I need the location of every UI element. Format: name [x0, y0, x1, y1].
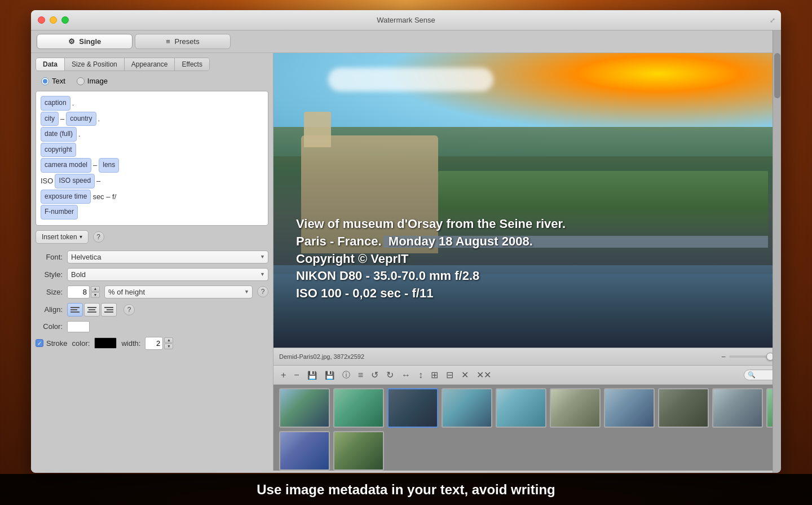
stroke-checkbox[interactable] — [36, 339, 43, 347]
thumbnail-item-5[interactable] — [496, 388, 546, 428]
svg-rect-3 — [87, 307, 96, 308]
tab-single[interactable]: ⚙ Single — [37, 34, 133, 49]
maximize-button[interactable] — [61, 16, 69, 24]
subtab-effects[interactable]: Effects — [175, 58, 209, 71]
token-city[interactable]: city — [41, 112, 59, 126]
scrollbar-track[interactable] — [773, 30, 781, 473]
watermark-line-1: View of museum d'Orsay from the Seine ri… — [296, 216, 566, 233]
expand-icon[interactable]: ⤢ — [770, 16, 775, 24]
thumbnail-item-12[interactable] — [333, 431, 384, 471]
thumbnail-row-1 — [273, 385, 781, 431]
radio-image[interactable]: Image — [77, 77, 108, 85]
left-panel: Data Size & Position Appearance Effects … — [31, 53, 273, 471]
scrollbar-thumb[interactable] — [774, 53, 780, 98]
size-input[interactable] — [67, 286, 90, 298]
subtab-size-position[interactable]: Size & Position — [65, 58, 125, 71]
font-select-wrap: Helvetica Arial Times New Roman — [67, 251, 268, 264]
thumbnail-item-1[interactable] — [279, 388, 330, 428]
app-window: Watermark Sense ⤢ ⚙ Single ≡ Presets Dat… — [31, 10, 781, 473]
insert-token-button[interactable]: Insert token ▾ — [36, 230, 89, 244]
thumbnail-item-4[interactable] — [442, 388, 492, 428]
stroke-width-decrement[interactable]: ▼ — [164, 344, 173, 349]
thumbnail-image-12 — [334, 432, 383, 469]
thumbnail-image-9 — [713, 389, 762, 427]
stroke-width-input[interactable] — [145, 337, 163, 350]
info-button[interactable]: ⓘ — [341, 370, 352, 380]
svg-rect-6 — [104, 307, 113, 308]
svg-rect-5 — [87, 311, 96, 313]
style-label: Style: — [36, 270, 63, 279]
rotate-ccw-button[interactable]: ↺ — [369, 370, 380, 380]
token-iso-speed[interactable]: ISO speed — [55, 174, 95, 188]
thumbnail-item-7[interactable] — [604, 388, 655, 428]
style-row: Style: Bold Regular Italic — [36, 268, 268, 281]
gear-icon: ⚙ — [68, 37, 75, 46]
stroke-checkbox-wrap[interactable]: Stroke — [36, 339, 68, 348]
token-exposure-time[interactable]: exposure time — [41, 190, 91, 204]
thumbnail-image-11 — [280, 432, 329, 469]
token-caption[interactable]: caption — [41, 96, 70, 111]
align-left-button[interactable] — [67, 303, 83, 317]
style-select-wrap: Bold Regular Italic — [67, 268, 268, 281]
size-decrement-button[interactable]: ▼ — [91, 292, 100, 298]
stroke-color-swatch[interactable] — [94, 337, 117, 349]
subtab-data[interactable]: Data — [36, 58, 65, 71]
radio-image-indicator — [77, 77, 85, 85]
style-select[interactable]: Bold Regular Italic — [67, 268, 268, 281]
token-copyright[interactable]: copyright — [41, 143, 76, 157]
thumbnail-item-2[interactable] — [333, 388, 384, 428]
list-button[interactable]: ≡ — [356, 370, 365, 380]
token-text-area[interactable]: caption . city – country . date (full) .… — [36, 91, 268, 226]
thumbnail-image-3 — [389, 389, 437, 427]
size-unit-select[interactable]: % of height % of width px — [104, 286, 253, 298]
remove-image-button[interactable]: − — [292, 370, 301, 380]
subtab-appearance[interactable]: Appearance — [125, 58, 175, 71]
token-f-number[interactable]: F-number — [41, 205, 78, 219]
thumbnail-item-9[interactable] — [712, 388, 763, 428]
thumbnail-item-3[interactable] — [387, 388, 438, 428]
grid1-button[interactable]: ⊞ — [429, 370, 440, 380]
close2-button[interactable]: ✕✕ — [475, 370, 493, 380]
thumbnail-item-6[interactable] — [550, 388, 601, 428]
size-unit-select-wrap: % of height % of width px — [104, 286, 253, 298]
grid2-button[interactable]: ⊟ — [444, 370, 455, 380]
svg-rect-1 — [70, 309, 77, 310]
save-button[interactable]: 💾 — [306, 371, 319, 380]
add-image-button[interactable]: + — [279, 370, 288, 380]
list-icon: ≡ — [166, 37, 170, 46]
flip-h-button[interactable]: ↔ — [400, 370, 412, 380]
titlebar: Watermark Sense ⤢ — [31, 10, 781, 30]
align-right-button[interactable] — [101, 303, 117, 317]
svg-rect-7 — [107, 309, 113, 310]
flip-v-button[interactable]: ↕ — [417, 370, 425, 380]
size-help-button[interactable]: ? — [257, 286, 268, 297]
close-button[interactable]: ✕ — [460, 370, 470, 380]
tab-presets[interactable]: ≡ Presets — [135, 34, 231, 49]
font-label: Font: — [36, 253, 63, 261]
size-increment-button[interactable]: ▲ — [91, 286, 100, 292]
building-dome — [304, 112, 332, 147]
token-date-full[interactable]: date (full) — [41, 127, 77, 142]
align-center-button[interactable] — [84, 303, 100, 317]
thumbnail-item-11[interactable] — [279, 431, 330, 471]
svg-rect-4 — [89, 309, 95, 310]
token-camera-model[interactable]: camera model — [41, 158, 91, 173]
close-button[interactable] — [38, 16, 45, 24]
color-swatch[interactable] — [67, 321, 90, 332]
token-lens[interactable]: lens — [99, 158, 119, 173]
rotate-cw-button[interactable]: ↻ — [385, 370, 395, 380]
stroke-width-increment[interactable]: ▲ — [164, 337, 173, 343]
align-help-button[interactable]: ? — [123, 304, 135, 315]
radio-text[interactable]: Text — [41, 77, 65, 85]
insert-token-help-button[interactable]: ? — [93, 231, 104, 243]
search-icon: 🔍 — [748, 371, 756, 379]
zoom-out-button[interactable]: − — [721, 352, 726, 361]
align-buttons — [67, 303, 117, 317]
font-select[interactable]: Helvetica Arial Times New Roman — [67, 251, 268, 264]
thumbnail-image-7 — [605, 389, 654, 427]
insert-token-arrow-icon: ▾ — [80, 234, 82, 240]
token-country[interactable]: country — [66, 112, 96, 126]
save2-button[interactable]: 💾 — [323, 371, 336, 380]
thumbnail-item-8[interactable] — [658, 388, 709, 428]
minimize-button[interactable] — [50, 16, 57, 24]
